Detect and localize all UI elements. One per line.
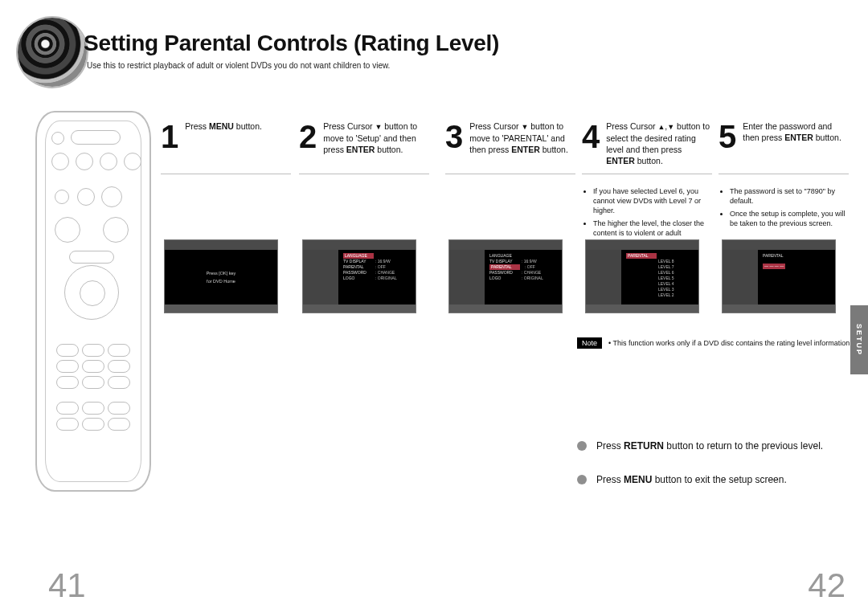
step-text: Press Cursor ▼ button to move to 'PARENT… [469,121,575,155]
remote-button [124,153,141,170]
page-number-right: 42 [808,566,845,605]
remote-button [108,360,130,373]
remote-button [56,360,79,373]
step-number: 3 [445,121,463,153]
osd-screenshot: LANGUAGETV DISPLAY: 16:9/WPARENTAL: OFFP… [302,239,416,313]
remote-menu-button [69,251,114,264]
remote-button [82,418,104,431]
step-text: Press Cursor ▲,▼ button to select the de… [606,121,712,166]
remote-button [101,186,122,207]
step-number: 5 [719,121,736,153]
remote-button [82,360,104,373]
step-2: 2 Press Cursor ▼ button to move to 'Setu… [299,121,429,174]
list-item: The password is set to "7890" by default… [730,186,847,206]
remote-button [71,130,121,145]
page-title: Setting Parental Controls (Rating Level) [84,31,499,56]
step-number: 1 [161,121,178,153]
step-5: 5 Enter the password and then press ENTE… [719,121,849,235]
step-bullets: The password is set to "7890" by default… [719,182,849,228]
section-tab-setup: SETUP [850,305,868,374]
osd-text: for DVD Home [207,279,235,284]
remote-button [82,376,104,389]
page-number-left: 41 [48,566,86,605]
remote-button [56,402,79,415]
step-text: Press Cursor ▼ button to move to 'Setup'… [323,121,429,155]
osd-password-field: — — — — [763,264,785,269]
remote-button [55,190,69,204]
osd-screenshot: PARENTALLEVEL 8LEVEL 7LEVEL 6LEVEL 5LEVE… [585,239,699,313]
step-text: Enter the password and then press ENTER … [743,121,849,143]
remote-button [56,376,79,389]
remote-button [108,376,130,389]
remote-button [82,402,104,415]
remote-nav-ring [64,265,119,320]
remote-button [76,153,93,170]
remote-button [108,344,130,357]
remote-button [51,153,69,170]
remote-button [51,132,64,145]
remote-button [77,188,95,206]
instruction-return: Press RETURN button to return to the pre… [577,440,850,452]
remote-button [108,402,130,415]
step-3: 3 Press Cursor ▼ button to move to 'PARE… [445,121,575,174]
manual-spread: Setting Parental Controls (Rating Level)… [0,0,868,613]
osd-screenshot: PARENTAL — — — — [722,239,836,313]
speaker-icon [18,18,87,87]
steps-row: 1 Press MENU button. Press [OK] key for … [161,121,852,321]
instruction-text: Press MENU button to exit the setup scre… [596,474,787,485]
remote-button [56,418,79,431]
remote-button [108,418,130,431]
note-row: Note • This function works only if a DVD… [577,337,852,349]
remote-button [55,217,80,243]
remote-button [56,344,79,357]
note-text: • This function works only if a DVD disc… [608,339,852,347]
osd-text: Press [OK] key [207,271,236,276]
remote-button [82,344,104,357]
step-number: 2 [299,121,317,153]
instruction-menu: Press MENU button to exit the setup scre… [577,474,850,485]
remote-button [103,217,129,243]
step-4: 4 Press Cursor ▲,▼ button to select the … [582,121,712,255]
bullet-icon [577,475,587,484]
list-item: If you have selected Level 6, you cannot… [593,186,710,215]
step-text: Press MENU button. [185,121,262,132]
page-subtitle: Use this to restrict playback of adult o… [87,61,390,70]
bullet-icon [577,441,587,451]
remote-illustration [35,111,151,492]
list-item: Once the setup is complete, you will be … [730,209,847,228]
step-bullets: If you have selected Level 6, you cannot… [582,182,712,247]
note-label: Note [577,337,602,349]
step-1: 1 Press MENU button. Press [OK] key for … [161,121,291,174]
step-number: 4 [582,121,600,153]
remote-button [100,153,117,170]
osd-screenshot: LANGUAGETV DISPLAY: 16:9/WPARENTAL: OFFP… [448,239,563,313]
osd-screenshot: Press [OK] key for DVD Home [164,239,278,313]
instruction-text: Press RETURN button to return to the pre… [596,440,823,452]
